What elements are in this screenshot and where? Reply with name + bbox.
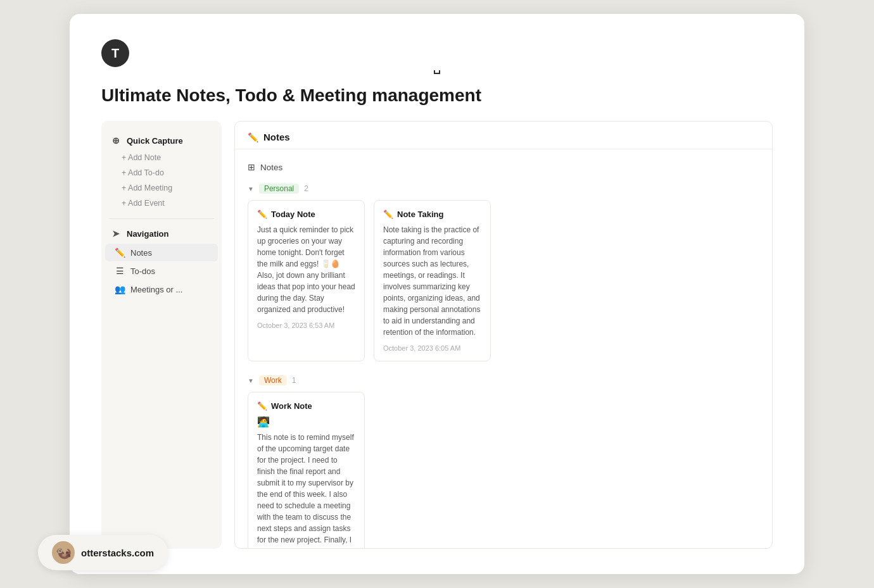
brand-avatar-emoji: 🦦 bbox=[56, 545, 72, 560]
sidebar-notes-label: Notes bbox=[130, 248, 152, 258]
brand-avatar: 🦦 bbox=[52, 541, 75, 564]
work-cards-row: ✏️ Work Note 🧑‍💻 This note is to remind … bbox=[248, 392, 759, 548]
note-taking-date: October 3, 2023 6:05 AM bbox=[383, 344, 481, 352]
add-meeting-item[interactable]: + Add Meeting bbox=[101, 180, 222, 196]
add-note-item[interactable]: + Add Note bbox=[101, 150, 222, 165]
logo-area: T bbox=[101, 39, 773, 74]
add-meeting-label: + Add Meeting bbox=[122, 184, 172, 192]
logo-bulb bbox=[434, 70, 440, 74]
today-note-icon: ✏️ bbox=[257, 210, 267, 219]
sidebar-item-meetings[interactable]: 👥 Meetings or ... bbox=[105, 280, 218, 298]
page-title: Ultimate Notes, Todo & Meeting managemen… bbox=[101, 85, 773, 106]
sidebar: ⊕ Quick Capture + Add Note + Add To-do +… bbox=[101, 121, 222, 549]
work-group-header: ▼ Work 1 bbox=[248, 372, 759, 392]
quick-capture-header: ⊕ Quick Capture bbox=[101, 131, 222, 150]
sidebar-todos-label: To-dos bbox=[130, 266, 155, 276]
work-note-icon: ✏️ bbox=[257, 401, 267, 411]
quick-capture-label: Quick Capture bbox=[127, 136, 183, 146]
notes-nav-icon: ✏️ bbox=[114, 247, 125, 258]
work-note-title: ✏️ Work Note bbox=[257, 401, 355, 411]
navigation-label: Navigation bbox=[127, 229, 168, 239]
add-todo-label: + Add To-do bbox=[122, 168, 164, 177]
navigation-icon: ➤ bbox=[110, 228, 122, 239]
navigation-section: ➤ Navigation ✏️ Notes ☰ To-dos 👥 Meeting… bbox=[101, 224, 222, 298]
content-body: ⊞ Notes ▼ Personal 2 ✏️ Today Note bbox=[235, 149, 772, 548]
sidebar-meetings-label: Meetings or ... bbox=[130, 285, 182, 294]
personal-tag: Personal bbox=[259, 184, 299, 194]
sidebar-divider bbox=[109, 218, 214, 219]
plus-circle-icon: ⊕ bbox=[110, 135, 122, 146]
notes-subheader-label: Notes bbox=[260, 163, 282, 172]
todos-nav-icon: ☰ bbox=[114, 266, 125, 276]
logo-letter: T bbox=[111, 46, 119, 61]
today-note-title-text: Today Note bbox=[271, 210, 315, 219]
main-layout: ⊕ Quick Capture + Add Note + Add To-do +… bbox=[101, 121, 773, 549]
note-taking-card[interactable]: ✏️ Note Taking Note taking is the practi… bbox=[374, 200, 491, 361]
meetings-nav-icon: 👥 bbox=[114, 284, 125, 294]
work-tag: Work bbox=[259, 375, 287, 385]
navigation-header: ➤ Navigation bbox=[101, 224, 222, 243]
brand-text: otterstacks.com bbox=[81, 547, 154, 558]
personal-cards-row: ✏️ Today Note Just a quick reminder to p… bbox=[248, 200, 759, 361]
note-taking-icon: ✏️ bbox=[383, 210, 393, 219]
note-taking-title-text: Note Taking bbox=[397, 210, 443, 219]
today-note-title: ✏️ Today Note bbox=[257, 210, 355, 219]
notes-subheader: ⊞ Notes bbox=[248, 157, 759, 180]
brand-badge: 🦦 otterstacks.com bbox=[38, 535, 168, 570]
quick-capture-section: ⊕ Quick Capture + Add Note + Add To-do +… bbox=[101, 131, 222, 211]
work-note-emoji: 🧑‍💻 bbox=[257, 416, 355, 428]
work-note-card[interactable]: ✏️ Work Note 🧑‍💻 This note is to remind … bbox=[248, 392, 365, 548]
triangle-icon-personal: ▼ bbox=[248, 185, 254, 192]
personal-group-header: ▼ Personal 2 bbox=[248, 180, 759, 200]
work-note-body: This note is to remind myself of the upc… bbox=[257, 432, 355, 548]
app-logo: T bbox=[101, 39, 129, 67]
today-note-date: October 3, 2023 6:53 AM bbox=[257, 322, 355, 329]
add-event-item[interactable]: + Add Event bbox=[101, 196, 222, 211]
content-header-icon: ✏️ bbox=[248, 132, 258, 142]
today-note-body: Just a quick reminder to pick up groceri… bbox=[257, 224, 355, 315]
add-todo-item[interactable]: + Add To-do bbox=[101, 165, 222, 180]
note-taking-title: ✏️ Note Taking bbox=[383, 210, 481, 219]
app-window: T Ultimate Notes, Todo & Meeting managem… bbox=[70, 14, 804, 574]
content-header-title: Notes bbox=[263, 132, 290, 142]
content-area: ✏️ Notes ⊞ Notes ▼ Personal 2 bbox=[234, 121, 773, 549]
note-taking-body: Note taking is the practice of capturing… bbox=[383, 224, 481, 338]
grid-icon: ⊞ bbox=[248, 162, 255, 172]
today-note-card[interactable]: ✏️ Today Note Just a quick reminder to p… bbox=[248, 200, 365, 361]
work-note-title-text: Work Note bbox=[271, 401, 312, 411]
triangle-icon-work: ▼ bbox=[248, 377, 254, 384]
personal-count: 2 bbox=[304, 184, 308, 193]
work-count: 1 bbox=[292, 376, 296, 385]
sidebar-item-notes[interactable]: ✏️ Notes bbox=[105, 244, 218, 261]
sidebar-item-todos[interactable]: ☰ To-dos bbox=[105, 262, 218, 280]
add-note-label: + Add Note bbox=[122, 153, 161, 162]
content-header: ✏️ Notes bbox=[235, 122, 772, 149]
add-event-label: + Add Event bbox=[122, 199, 165, 208]
